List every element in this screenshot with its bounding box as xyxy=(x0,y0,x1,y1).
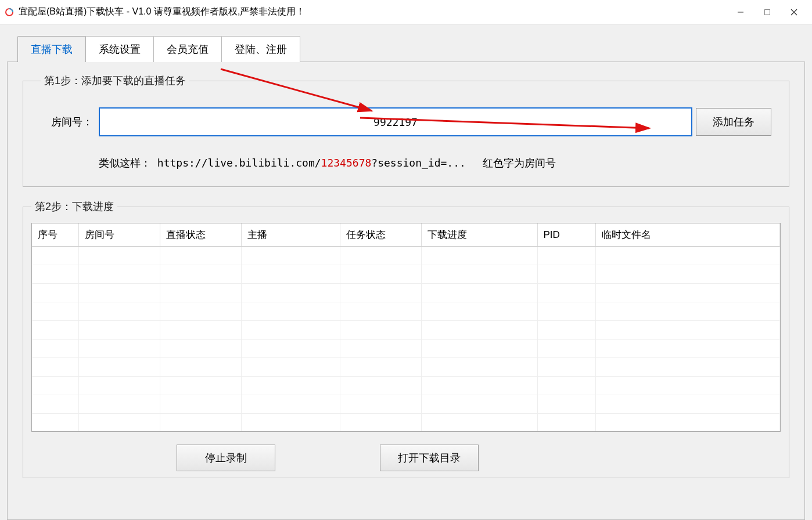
tab-settings[interactable]: 系统设置 xyxy=(85,36,154,62)
col-temp-file[interactable]: 临时文件名 xyxy=(595,223,780,247)
close-button[interactable] xyxy=(781,3,807,21)
content-area: 直播下载 系统设置 会员充值 登陆、注册 第1步：添加要下载的直播任务 房间号：… xyxy=(0,24,812,520)
table-row[interactable] xyxy=(32,265,780,284)
table-row[interactable] xyxy=(32,414,780,432)
col-progress[interactable]: 下载进度 xyxy=(421,223,537,247)
step2-group: 第2步：下载进度 序号 房间号 直播状态 xyxy=(23,200,789,478)
hint-room-example: 12345678 xyxy=(321,157,372,169)
col-pid[interactable]: PID xyxy=(537,223,595,247)
window-title: 宜配屋(B站直播)下载快车 - V1.0 请尊重视频作者版权,严禁非法使用！ xyxy=(19,6,727,18)
col-streamer[interactable]: 主播 xyxy=(241,223,340,247)
col-room[interactable]: 房间号 xyxy=(78,223,160,247)
hint-note: 红色字为房间号 xyxy=(483,157,556,169)
tab-login[interactable]: 登陆、注册 xyxy=(221,36,300,62)
table-row[interactable] xyxy=(32,284,780,302)
table-row[interactable] xyxy=(32,358,780,377)
step1-group: 第1步：添加要下载的直播任务 房间号： 添加任务 xyxy=(23,74,789,187)
svg-rect-2 xyxy=(765,9,770,15)
stop-record-button[interactable]: 停止录制 xyxy=(177,445,275,471)
table-row[interactable] xyxy=(32,321,780,340)
tab-download[interactable]: 直播下载 xyxy=(17,36,86,62)
table-row[interactable] xyxy=(32,302,780,321)
table-header-row: 序号 房间号 直播状态 主播 任务状态 下载进度 PID 临时文件名 xyxy=(32,223,780,247)
add-task-button[interactable]: 添加任务 xyxy=(696,108,771,136)
step1-legend: 第1步：添加要下载的直播任务 xyxy=(41,74,189,88)
col-index[interactable]: 序号 xyxy=(32,223,78,247)
hint-url-prefix: https://live.bilibili.com/ xyxy=(157,157,321,169)
tab-panel-download: 第1步：添加要下载的直播任务 房间号： 添加任务 xyxy=(7,62,805,520)
col-live-status[interactable]: 直播状态 xyxy=(160,223,241,247)
maximize-button[interactable] xyxy=(754,3,781,21)
tab-recharge[interactable]: 会员充值 xyxy=(153,36,222,62)
hint-prefix: 类似这样： xyxy=(99,157,151,169)
action-button-row: 停止录制 打开下载目录 xyxy=(177,445,781,471)
hint-text: 类似这样： https://live.bilibili.com/12345678… xyxy=(99,156,771,170)
room-id-label: 房间号： xyxy=(41,115,93,129)
app-icon xyxy=(5,8,14,17)
window-controls xyxy=(727,3,807,21)
room-id-input[interactable] xyxy=(99,107,692,136)
tab-bar: 直播下载 系统设置 会员充值 登陆、注册 xyxy=(17,36,805,62)
progress-table[interactable]: 序号 房间号 直播状态 主播 任务状态 下载进度 PID 临时文件名 xyxy=(31,223,781,432)
table-row[interactable] xyxy=(32,377,780,395)
svg-line-5 xyxy=(221,69,372,111)
minimize-button[interactable] xyxy=(727,3,754,21)
step2-legend: 第2步：下载进度 xyxy=(31,200,117,214)
table-row[interactable] xyxy=(32,247,780,265)
hint-url-suffix: ?session_id=... xyxy=(371,157,466,169)
open-dir-button[interactable]: 打开下载目录 xyxy=(380,445,479,471)
titlebar: 宜配屋(B站直播)下载快车 - V1.0 请尊重视频作者版权,严禁非法使用！ xyxy=(0,0,812,24)
table-row[interactable] xyxy=(32,395,780,414)
col-task-status[interactable]: 任务状态 xyxy=(340,223,421,247)
table-row[interactable] xyxy=(32,340,780,358)
